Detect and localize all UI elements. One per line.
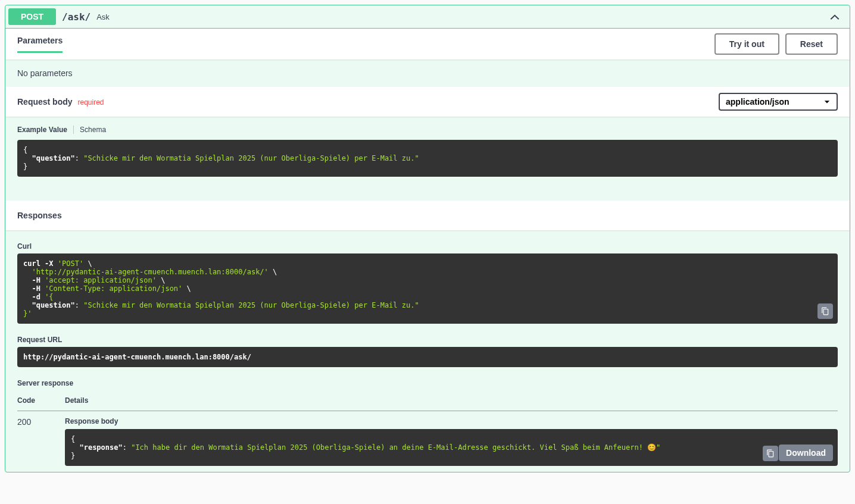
tab-parameters[interactable]: Parameters: [17, 36, 63, 53]
responses-header: Responses: [5, 201, 850, 230]
clipboard-icon: [766, 449, 775, 458]
clipboard-icon: [821, 306, 829, 316]
operation-block: POST /ask/ Ask Parameters Try it out Res…: [5, 5, 850, 472]
copy-response-button[interactable]: [763, 446, 778, 461]
body-tabs: Example Value Schema: [17, 126, 838, 134]
parameters-header: Parameters Try it out Reset: [5, 29, 850, 60]
request-url-section: Request URL http://pydantic-ai-agent-cmu…: [5, 324, 850, 367]
request-body-title: Request body: [17, 97, 73, 107]
no-parameters-text: No parameters: [17, 68, 838, 78]
curl-title: Curl: [17, 242, 838, 251]
content-type-select[interactable]: application/json: [719, 93, 838, 111]
try-it-out-button[interactable]: Try it out: [714, 33, 779, 55]
operation-summary[interactable]: POST /ask/ Ask: [5, 5, 850, 29]
curl-section: Curl curl -X 'POST' \ 'http://pydantic-a…: [5, 230, 850, 324]
operation-body: Parameters Try it out Reset No parameter…: [5, 29, 850, 472]
response-row: 200 Response body { "response": "Ich hab…: [17, 411, 838, 472]
server-response-section: Server response Code Details 200 Respons…: [5, 367, 850, 472]
request-body-example: { "question": "Schicke mir den Wormatia …: [17, 140, 838, 177]
response-body-code: { "response": "Ich habe dir den Wormatia…: [65, 429, 838, 466]
response-table: Code Details 200 Response body { "respon…: [17, 390, 838, 472]
response-code: 200: [17, 411, 65, 472]
parameters-container: No parameters: [5, 60, 850, 87]
copy-curl-button[interactable]: [817, 303, 833, 319]
request-url-title: Request URL: [17, 336, 838, 344]
download-button[interactable]: Download: [779, 444, 833, 461]
request-url-value: http://pydantic-ai-agent-cmuench.muench.…: [17, 347, 838, 367]
reset-button[interactable]: Reset: [785, 33, 838, 55]
server-response-title: Server response: [17, 379, 838, 387]
request-body-section: Example Value Schema { "question": "Schi…: [5, 117, 850, 201]
tab-example-value[interactable]: Example Value: [17, 126, 73, 134]
col-header-details: Details: [65, 390, 838, 411]
endpoint-summary: Ask: [96, 12, 110, 21]
http-method-badge: POST: [8, 8, 56, 25]
request-body-header: Request body required application/json: [5, 87, 850, 117]
chevron-up-icon[interactable]: [829, 11, 841, 23]
curl-code: curl -X 'POST' \ 'http://pydantic-ai-age…: [17, 253, 838, 324]
response-body-label: Response body: [65, 417, 838, 425]
required-label: required: [74, 98, 104, 107]
responses-title: Responses: [17, 211, 838, 220]
tab-schema[interactable]: Schema: [73, 126, 112, 134]
col-header-code: Code: [17, 390, 65, 411]
endpoint-path: /ask/: [56, 11, 96, 23]
